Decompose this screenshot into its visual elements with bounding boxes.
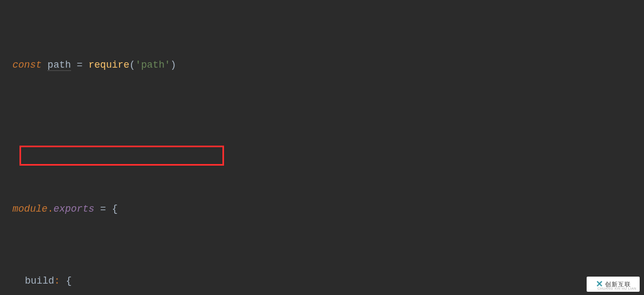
code-line: build: { <box>12 272 644 290</box>
code-line: module.exports = { <box>12 200 644 218</box>
logo-subtext: CHUANG XIN HU LIAN <box>597 286 636 292</box>
blank-line <box>12 128 644 146</box>
watermark-logo: ✕ 创新互联 CHUANG XIN HU LIAN <box>587 277 640 292</box>
keyword-const: const <box>12 60 42 70</box>
fn-require: require <box>88 60 129 70</box>
identifier-path: path <box>48 60 71 71</box>
code-line: const path = require('path') <box>12 56 644 74</box>
code-editor[interactable]: const path = require('path') module.expo… <box>0 2 644 295</box>
